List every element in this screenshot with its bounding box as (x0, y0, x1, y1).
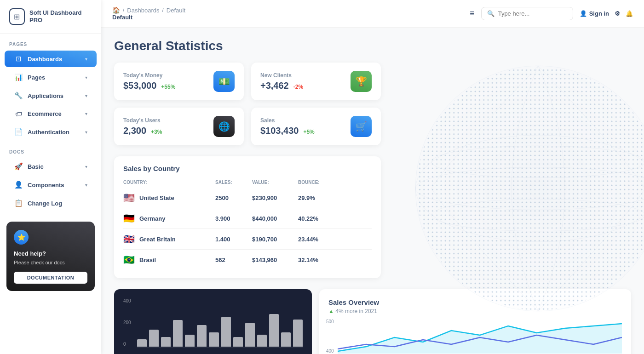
authentication-icon: 📄 (14, 128, 23, 136)
help-box: ⭐ Need help? Please check our docs DOCUM… (6, 222, 95, 291)
y-label-500: 500 (326, 319, 334, 324)
chevron-pages: ▾ (85, 75, 87, 80)
stat-change-clients: -2% (293, 84, 303, 90)
stat-change-sales: +5% (303, 129, 314, 135)
stat-card-clients: New Clients +3,462 -2% 🏆 (251, 63, 381, 100)
sales-overview-growth: ▲ 4% more in 2021 (328, 308, 622, 314)
country-name-de: Germany (139, 215, 165, 222)
sidebar-item-basic[interactable]: 🚀 Basic ▾ (5, 158, 97, 175)
basic-icon: 🚀 (14, 162, 23, 171)
sales-gb: 1.400 (215, 236, 230, 243)
sales-by-country-card: Sales by Country Country: Sales: Value: … (114, 156, 381, 278)
main-content: 🏠 / Dashboards / Default Default ≡ 🔍 👤 S… (101, 0, 644, 354)
stat-card-sales: Sales $103,430 +5% 🛒 (251, 108, 381, 145)
breadcrumb-sep1: / (123, 7, 124, 13)
bar (173, 320, 183, 347)
bar (185, 335, 195, 347)
stat-change-users: +3% (151, 129, 162, 135)
stat-label-money: Today's Money (123, 72, 175, 79)
settings-button[interactable]: ⚙ (615, 10, 620, 17)
bounce-de: 40.22% (298, 215, 318, 222)
bar-chart-card: 400 200 0 (114, 289, 312, 354)
stat-card-money: Today's Money $53,000 +55% 💵 (114, 63, 244, 100)
documentation-button[interactable]: DOCUMENTATION (14, 272, 87, 284)
sidebar-item-label-dashboards: Dashboards (28, 56, 62, 63)
table-row: 🇺🇸 United State 2500 $230,900 29.9% (123, 188, 372, 208)
chevron-applications: ▾ (85, 93, 87, 98)
stat-icon-money: 💵 (213, 71, 235, 92)
breadcrumb: 🏠 / Dashboards / Default (112, 6, 185, 14)
sidebar-docs-label: DOCS (0, 141, 101, 157)
topbar-actions: 👤 Sign in ⚙ 🔔 (580, 10, 633, 17)
sidebar-item-label-pages: Pages (28, 74, 45, 81)
breadcrumb-container: 🏠 / Dashboards / Default Default (112, 6, 185, 21)
y-label-400: 400 (123, 298, 131, 303)
col-country: Country: (123, 180, 215, 188)
chevron-basic: ▾ (85, 164, 87, 169)
signin-button[interactable]: 👤 Sign in (580, 10, 609, 17)
chevron-dashboards: ▾ (85, 57, 87, 62)
svg-marker-9 (338, 324, 622, 354)
country-name-gb: Great Britain (139, 236, 176, 243)
flag-gb: 🇬🇧 (123, 234, 135, 245)
home-icon: 🏠 (112, 6, 120, 14)
stat-label-users: Today's Users (123, 117, 162, 124)
y-label-200: 200 (123, 320, 131, 325)
stat-icon-clients: 🏆 (351, 71, 372, 92)
stat-value-clients: +3,462 (260, 80, 289, 91)
applications-icon: 🔧 (14, 91, 23, 100)
bounce-gb: 23.44% (298, 236, 318, 243)
search-input[interactable] (498, 10, 567, 17)
svg-point-5 (417, 67, 644, 310)
bounce-br: 32.14% (298, 257, 318, 263)
col-value: Value: (252, 180, 298, 188)
sales-overview-title: Sales Overview (328, 298, 622, 306)
chevron-ecommerce: ▾ (85, 111, 87, 116)
bar (221, 317, 231, 347)
x-axis-line (137, 348, 303, 348)
sidebar-item-dashboards[interactable]: ⊡ Dashboards ▾ (5, 51, 97, 67)
dashboards-icon: ⊡ (14, 55, 23, 63)
country-name-br: Brasil (139, 257, 156, 263)
sidebar-item-label-components: Components (28, 182, 64, 188)
bar (197, 325, 207, 347)
search-box: 🔍 (481, 7, 573, 20)
page-title: General Statistics (114, 39, 631, 53)
flag-us: 🇺🇸 (123, 192, 135, 203)
sidebar-item-authentication[interactable]: 📄 Authentication ▾ (5, 124, 97, 140)
svg-point-3 (431, 146, 644, 178)
col-sales: Sales: (215, 180, 252, 188)
sidebar-item-components[interactable]: 👤 Components ▾ (5, 177, 97, 193)
bar (269, 314, 279, 347)
sidebar-item-ecommerce[interactable]: 🏷 Ecommerce ▾ (5, 106, 97, 122)
bottom-row: 400 200 0 (114, 289, 631, 354)
sidebar-item-label-basic: Basic (28, 163, 44, 170)
bar (149, 330, 159, 347)
value-de: $440,000 (252, 215, 277, 222)
help-icon: ⭐ (14, 230, 29, 245)
sidebar-item-changelog[interactable]: 📋 Change Log (5, 195, 97, 211)
topbar-right: ≡ 🔍 👤 Sign in ⚙ 🔔 (470, 7, 633, 20)
globe-svg (405, 55, 644, 322)
y-label-400: 400 (326, 348, 334, 354)
logo-text: Soft UI Dashboard PRO (29, 9, 92, 23)
sales-overview-card: Sales Overview ▲ 4% more in 2021 500 400 (319, 289, 631, 354)
hamburger-icon[interactable]: ≡ (470, 9, 475, 18)
breadcrumb-sep2: / (162, 7, 163, 13)
sales-us: 2500 (215, 194, 229, 201)
svg-point-2 (415, 135, 644, 242)
value-us: $230,900 (252, 194, 277, 201)
chevron-authentication: ▾ (85, 130, 87, 135)
stat-label-sales: Sales (260, 117, 315, 124)
sidebar-logo: ⊞ Soft UI Dashboard PRO (0, 0, 101, 34)
sidebar-item-applications[interactable]: 🔧 Applications ▾ (5, 87, 97, 104)
bar (245, 323, 255, 347)
globe-container (405, 55, 644, 322)
breadcrumb-dashboards[interactable]: Dashboards (127, 7, 159, 14)
bar (257, 335, 267, 347)
sidebar-pages-label: PAGES (0, 34, 101, 50)
sidebar-item-pages[interactable]: 📊 Pages ▾ (5, 69, 97, 86)
notifications-button[interactable]: 🔔 (626, 10, 633, 17)
stat-icon-sales: 🛒 (351, 116, 372, 137)
topbar: 🏠 / Dashboards / Default Default ≡ 🔍 👤 S… (101, 0, 644, 28)
